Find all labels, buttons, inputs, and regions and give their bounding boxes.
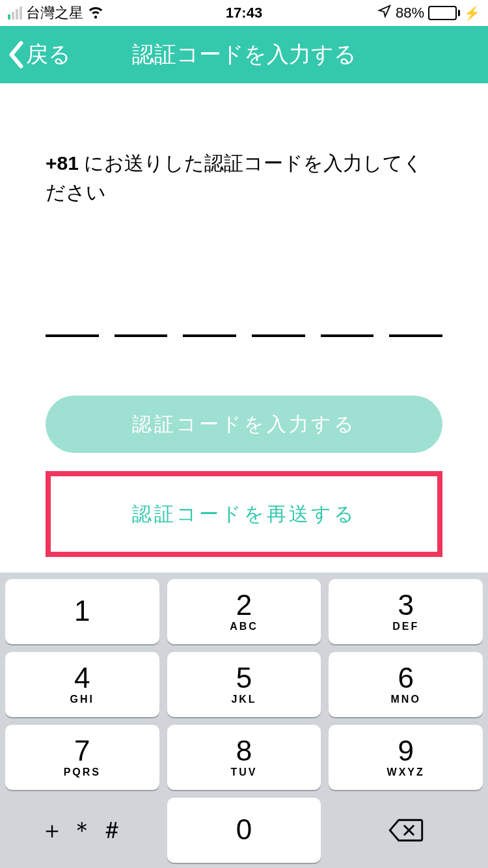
code-digit-3[interactable]	[183, 305, 236, 337]
key-3[interactable]: 3DEF	[329, 579, 483, 644]
key-4[interactable]: 4GHI	[5, 652, 159, 717]
key-9[interactable]: 9WXYZ	[329, 725, 483, 790]
location-icon	[377, 4, 392, 22]
back-label: 戻る	[26, 40, 71, 70]
wifi-icon	[87, 3, 104, 23]
submit-code-button[interactable]: 認証コードを入力する	[46, 396, 442, 453]
code-digit-4[interactable]	[252, 305, 305, 337]
chevron-left-icon	[8, 41, 25, 68]
key-backspace[interactable]	[329, 798, 483, 863]
status-time: 17:43	[226, 5, 262, 21]
key-7[interactable]: 7PQRS	[5, 725, 159, 790]
numeric-keyboard: 1 2ABC 3DEF 4GHI 5JKL 6MNO 7PQRS 8TUV 9W…	[0, 573, 488, 868]
code-digit-2[interactable]	[115, 305, 168, 337]
status-right: 88% ⚡	[377, 4, 480, 22]
content: +81 にお送りした認証コードを入力してください 認証コードを入力する 認証コー…	[0, 83, 488, 557]
key-8[interactable]: 8TUV	[167, 725, 321, 790]
charging-icon: ⚡	[464, 5, 480, 21]
code-digit-1[interactable]	[46, 305, 99, 337]
phone-prefix: +81	[46, 152, 79, 174]
instruction-text: +81 にお送りした認証コードを入力してください	[46, 148, 442, 207]
code-digit-6[interactable]	[389, 305, 442, 337]
battery-icon	[428, 6, 460, 20]
key-1[interactable]: 1	[5, 579, 159, 644]
code-input-row	[46, 305, 442, 337]
key-2[interactable]: 2ABC	[167, 579, 321, 644]
key-6[interactable]: 6MNO	[329, 652, 483, 717]
status-left: 台灣之星	[8, 3, 104, 23]
code-digit-5[interactable]	[321, 305, 374, 337]
key-symbols[interactable]: ＋ ＊ ＃	[5, 798, 159, 863]
nav-bar: 戻る 認証コードを入力する	[0, 26, 488, 83]
carrier-label: 台灣之星	[26, 3, 83, 23]
back-button[interactable]: 戻る	[0, 40, 71, 70]
status-bar: 台灣之星 17:43 88% ⚡	[0, 0, 488, 26]
key-5[interactable]: 5JKL	[167, 652, 321, 717]
key-0[interactable]: 0	[167, 798, 321, 863]
page-title: 認証コードを入力する	[132, 40, 357, 70]
backspace-icon	[388, 817, 424, 843]
resend-code-button[interactable]: 認証コードを再送する	[51, 488, 437, 540]
signal-icon	[8, 7, 22, 20]
battery-percent: 88%	[396, 5, 424, 21]
resend-highlight-box: 認証コードを再送する	[46, 471, 442, 557]
instruction-rest: にお送りした認証コードを入力してください	[46, 152, 423, 203]
